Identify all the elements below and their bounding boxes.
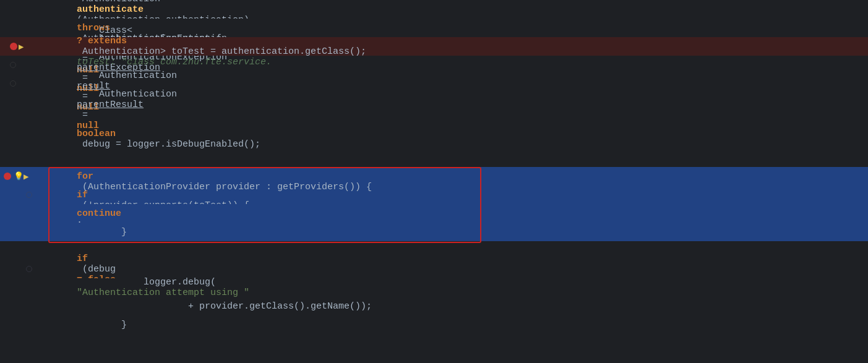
gutter-circle-11 xyxy=(26,192,32,198)
editor-container: public Authentication authenticate (Auth… xyxy=(0,0,868,363)
gutter-circle-15 xyxy=(26,266,32,272)
code-line-18: } xyxy=(37,309,127,341)
breakpoint-3 xyxy=(10,43,17,50)
breakpoint-10 xyxy=(4,173,11,180)
arrow-icon-10: ▶ xyxy=(24,171,28,182)
code-line-10: for (AuthenticationProvider provider : g… xyxy=(37,150,372,203)
warning-icon-10: 💡 xyxy=(14,171,24,181)
gutter-circle-5 xyxy=(10,80,16,87)
gutter-arrow-3: ▶ xyxy=(19,41,24,52)
code-line-3: Class< ? extends Authentication> toTest … xyxy=(37,15,377,78)
gutter-circle-4 xyxy=(10,62,16,68)
